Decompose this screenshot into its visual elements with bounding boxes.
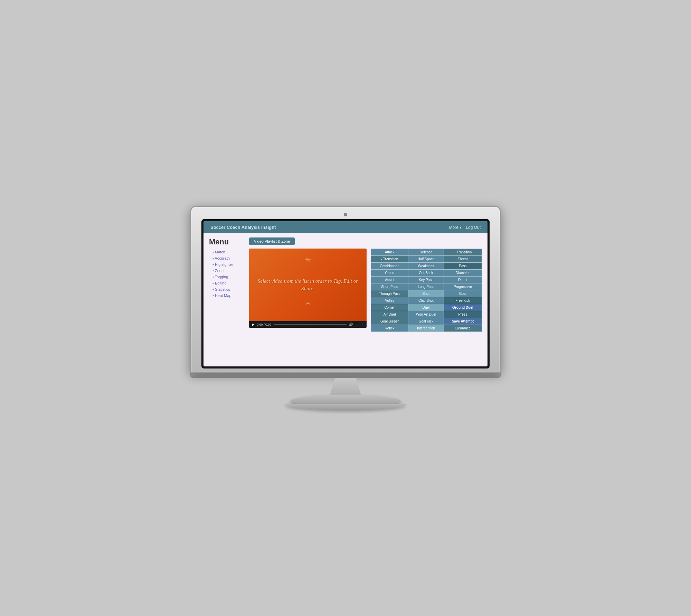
tag-diameter[interactable]: Diameter	[444, 270, 482, 277]
tag-press[interactable]: Press	[444, 311, 482, 318]
tag-cutback[interactable]: Cut-Back	[408, 270, 444, 277]
tag-free-kick[interactable]: Free Kick	[444, 297, 482, 304]
video-decoration-bottom: ✳	[305, 300, 311, 307]
sidebar-item-editing[interactable]: Editing	[212, 281, 244, 285]
video-playlist-tab[interactable]: Video Playlist & Zone	[249, 237, 295, 245]
monitor-wrapper: Soccer Coach Analysis Insight More ▾ Log…	[190, 206, 501, 410]
sidebar-item-heatmap[interactable]: Heat Map	[212, 293, 244, 298]
tag-shot[interactable]: Shot	[408, 290, 444, 297]
table-row: GoalKeeper Goal Kick Save Attempt	[371, 318, 482, 325]
tag-goal[interactable]: Goal	[444, 290, 482, 297]
table-row: Combination Weakness Pass	[371, 263, 482, 270]
fullscreen-icon[interactable]: ⛶	[355, 323, 358, 326]
tag-progressive[interactable]: Progressive	[444, 283, 482, 290]
tab-bar: Video Playlist & Zone	[249, 237, 482, 245]
sidebar-item-tagging[interactable]: Tagging	[212, 275, 244, 279]
video-container: ✳ Select video from the list in order to…	[249, 249, 367, 332]
tag-assist[interactable]: Assist	[371, 277, 408, 283]
content-area: Video Playlist & Zone ✳ Select video fro…	[249, 237, 482, 332]
tag-air-duel[interactable]: Air Duel	[371, 311, 408, 318]
table-row: - Transition Half Space Threat	[371, 256, 482, 263]
table-row: Air Duel Won Air Duel Press	[371, 311, 482, 318]
tag-clearance[interactable]: Clearance	[444, 325, 482, 332]
sidebar: Menu Match Accuracy Highlighter Zone Tag…	[209, 237, 244, 332]
video-progress-bar[interactable]	[274, 324, 347, 325]
sidebar-item-accuracy[interactable]: Accuracy	[212, 256, 244, 260]
tag-chip-shot[interactable]: Chip Shot	[408, 297, 444, 304]
more-link[interactable]: More ▾	[449, 225, 462, 230]
video-player: ✳ Select video from the list in order to…	[249, 249, 367, 321]
video-controls: ▶ 0:00 / 0:02 🔊 ⛶ ⋮	[249, 321, 367, 328]
tag-reflex[interactable]: Reflex	[371, 325, 408, 332]
tag-threat[interactable]: Threat	[444, 256, 482, 263]
brand-text: Soccer Coach Analysis Insight	[210, 225, 276, 230]
tag-duel[interactable]: Duel	[408, 304, 444, 311]
tag-direct[interactable]: Direct	[444, 277, 482, 283]
tag-goal-kick[interactable]: Goal Kick	[408, 318, 444, 325]
tag-combination[interactable]: Combination	[371, 263, 408, 270]
video-overlay-text: Select video from the list in order to T…	[249, 277, 367, 293]
tag-short-pass[interactable]: Short Pass	[371, 283, 408, 290]
tag-grid: Attack Defence + Transition - Transition…	[371, 249, 482, 332]
table-row: Volley Chip Shot Free Kick	[371, 297, 482, 304]
table-row: Cross Cut-Back Diameter	[371, 270, 482, 277]
stand-base-bottom	[285, 404, 406, 410]
sidebar-title: Menu	[209, 237, 244, 246]
play-button[interactable]: ▶	[252, 323, 255, 326]
table-row: Reflex Interception Clearance	[371, 325, 482, 332]
tag-save-attempt[interactable]: Save Attempt	[444, 318, 482, 325]
more-icon[interactable]: ⋮	[360, 323, 364, 326]
camera-dot	[344, 213, 347, 216]
sidebar-item-match[interactable]: Match	[212, 250, 244, 254]
table-row: Assist Key Pass Direct	[371, 277, 482, 283]
tag-defence[interactable]: Defence	[408, 249, 444, 256]
tag-corner[interactable]: Corner	[371, 304, 408, 311]
tag-volley[interactable]: Volley	[371, 297, 408, 304]
logout-link[interactable]: Log Out	[466, 225, 481, 230]
stand-neck	[328, 378, 363, 395]
tag-cross[interactable]: Cross	[371, 270, 408, 277]
tag-won-air-duel[interactable]: Won Air Duel	[408, 311, 444, 318]
sidebar-item-highlighter[interactable]: Highlighter	[212, 262, 244, 267]
sidebar-item-statistics[interactable]: Statistics	[212, 287, 244, 291]
tag-goalkeeper[interactable]: GoalKeeper	[371, 318, 408, 325]
navbar-right: More ▾ Log Out	[449, 225, 481, 230]
tag-attack[interactable]: Attack	[371, 249, 408, 256]
tag-interception[interactable]: Interception	[408, 325, 444, 332]
screen: Soccer Coach Analysis Insight More ▾ Log…	[203, 221, 488, 366]
video-tags-row: ✳ Select video from the list in order to…	[249, 249, 482, 332]
table-row: Attack Defence + Transition	[371, 249, 482, 256]
tag-through-pass[interactable]: Through Pass	[371, 290, 408, 297]
tag-minus-transition[interactable]: - Transition	[371, 256, 408, 263]
navbar: Soccer Coach Analysis Insight More ▾ Log…	[203, 221, 488, 233]
monitor-body: Soccer Coach Analysis Insight More ▾ Log…	[190, 206, 501, 373]
video-decoration-top: ✳	[305, 255, 311, 264]
tag-plus-transition[interactable]: + Transition	[444, 249, 482, 256]
tag-table: Attack Defence + Transition - Transition…	[371, 249, 482, 332]
tag-pass[interactable]: Pass	[444, 263, 482, 270]
main-content: Menu Match Accuracy Highlighter Zone Tag…	[203, 233, 488, 336]
sidebar-item-zone[interactable]: Zone	[212, 269, 244, 273]
video-ctrl-icons: 🔊 ⛶ ⋮	[349, 323, 364, 326]
screen-bezel: Soccer Coach Analysis Insight More ▾ Log…	[201, 219, 490, 368]
tag-half-space[interactable]: Half Space	[408, 256, 444, 263]
video-time: 0:00 / 0:02	[257, 323, 272, 326]
volume-icon[interactable]: 🔊	[349, 323, 353, 326]
tag-weakness[interactable]: Weakness	[408, 263, 444, 270]
tag-long-pass[interactable]: Long Pass	[408, 283, 444, 290]
tag-ground-duel[interactable]: Ground Duel	[444, 304, 482, 311]
table-row: Short Pass Long Pass Progressive	[371, 283, 482, 290]
table-row: Corner Duel Ground Duel	[371, 304, 482, 311]
sidebar-menu: Match Accuracy Highlighter Zone Tagging …	[209, 250, 244, 298]
monitor-bottom-bar	[190, 373, 501, 378]
tag-key-pass[interactable]: Key Pass	[408, 277, 444, 283]
table-row: Through Pass Shot Goal	[371, 290, 482, 297]
